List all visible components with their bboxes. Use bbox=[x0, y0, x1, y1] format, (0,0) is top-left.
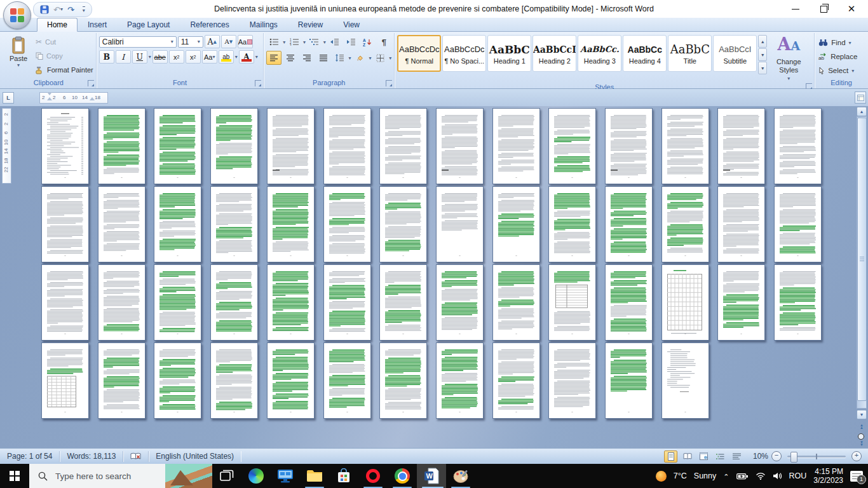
language-status[interactable]: English (United States) bbox=[149, 451, 241, 462]
copy-button[interactable]: Copy bbox=[36, 50, 93, 62]
page-thumbnail[interactable] bbox=[717, 108, 765, 184]
page-thumbnail[interactable] bbox=[98, 264, 146, 341]
page-thumbnail[interactable] bbox=[98, 342, 146, 419]
align-right-button[interactable] bbox=[299, 51, 315, 65]
font-size-select[interactable]: 11▾ bbox=[178, 36, 203, 48]
page-thumbnail[interactable] bbox=[774, 264, 822, 341]
align-left-button[interactable] bbox=[266, 51, 281, 65]
keyboard-language[interactable]: ROU bbox=[789, 471, 807, 480]
shading-button[interactable] bbox=[353, 51, 368, 65]
taskbar-app-edge[interactable] bbox=[241, 464, 271, 488]
page-thumbnail[interactable] bbox=[605, 108, 653, 184]
page-thumbnail[interactable] bbox=[323, 342, 371, 419]
page-thumbnail[interactable] bbox=[548, 186, 596, 262]
page-thumbnail[interactable] bbox=[154, 108, 201, 184]
replace-button[interactable]: abReplace bbox=[818, 51, 864, 62]
page-thumbnail[interactable] bbox=[267, 186, 315, 262]
page-thumbnail[interactable] bbox=[436, 264, 484, 341]
italic-button[interactable]: I bbox=[116, 50, 131, 64]
document-area[interactable]: 2 2 6 10 14 18 22 ▲ ▼ ▲▲ ▼▼ bbox=[0, 106, 868, 448]
scroll-up-button[interactable]: ▲ bbox=[857, 107, 867, 116]
sort-button[interactable]: AZ bbox=[360, 35, 376, 49]
battery-icon[interactable] bbox=[736, 473, 749, 480]
find-button[interactable]: Find▾ bbox=[818, 37, 864, 48]
change-styles-button[interactable]: AA Change Styles▾ bbox=[769, 35, 808, 83]
paragraph-dialog-launcher[interactable] bbox=[386, 80, 392, 86]
page-thumbnail[interactable] bbox=[210, 108, 258, 184]
restore-button[interactable] bbox=[810, 0, 837, 18]
style-title[interactable]: AaBbCTitle bbox=[668, 35, 712, 72]
font-name-select[interactable]: Calibri▾ bbox=[99, 36, 177, 48]
taskbar-search[interactable]: Type here to search bbox=[29, 464, 212, 488]
page-thumbnail[interactable] bbox=[605, 264, 653, 341]
style-heading-3[interactable]: AaBbCc.Heading 3 bbox=[578, 35, 621, 72]
page-thumbnail[interactable] bbox=[492, 108, 540, 184]
page-thumbnail[interactable] bbox=[548, 264, 596, 341]
weather-condition[interactable]: Sunny bbox=[694, 471, 716, 480]
page-thumbnail[interactable] bbox=[267, 342, 315, 419]
taskbar-app-opera[interactable] bbox=[358, 464, 388, 488]
page-thumbnail[interactable] bbox=[154, 342, 201, 419]
page-thumbnail[interactable] bbox=[661, 108, 709, 184]
numbering-button[interactable]: 123 bbox=[287, 35, 302, 49]
page-thumbnail[interactable] bbox=[717, 186, 765, 262]
start-button[interactable] bbox=[0, 464, 29, 488]
zoom-slider[interactable] bbox=[787, 456, 846, 458]
page-thumbnail[interactable] bbox=[379, 108, 427, 184]
style-heading-4[interactable]: AaBbCcHeading 4 bbox=[623, 35, 667, 72]
page-thumbnail[interactable] bbox=[436, 108, 484, 184]
scrollbar-track[interactable] bbox=[857, 116, 867, 409]
office-button[interactable] bbox=[3, 1, 31, 29]
style-heading-2[interactable]: AaBbCcIHeading 2 bbox=[532, 35, 576, 72]
page-thumbnail[interactable] bbox=[661, 342, 709, 419]
page-thumbnail[interactable] bbox=[267, 264, 315, 341]
page-thumbnail[interactable] bbox=[323, 186, 371, 262]
clock[interactable]: 4:15 PM3/2/2023 bbox=[813, 467, 843, 485]
tab-view[interactable]: View bbox=[333, 18, 370, 31]
page-thumbnail[interactable] bbox=[661, 186, 709, 262]
select-button[interactable]: Select▾ bbox=[818, 65, 864, 76]
tab-page-layout[interactable]: Page Layout bbox=[117, 18, 180, 31]
close-button[interactable]: ✕ bbox=[837, 0, 865, 18]
style-normal[interactable]: AaBbCcDc¶ Normal bbox=[397, 35, 441, 72]
speaker-icon[interactable] bbox=[773, 472, 782, 480]
font-color-button[interactable]: A bbox=[239, 50, 254, 64]
page-thumbnail[interactable] bbox=[492, 342, 540, 419]
increase-indent-button[interactable] bbox=[344, 35, 359, 49]
underline-button[interactable]: U bbox=[132, 50, 147, 64]
previous-page-button[interactable]: ▲▲ bbox=[858, 424, 865, 429]
styles-scroll-down-button[interactable]: ▼ bbox=[758, 48, 767, 61]
paste-button[interactable]: Paste▾ bbox=[4, 35, 33, 78]
taskbar-app-paint[interactable] bbox=[446, 464, 475, 488]
page-thumbnail[interactable] bbox=[774, 186, 822, 262]
word-count-status[interactable]: Words: 18,113 bbox=[60, 451, 123, 462]
page-thumbnail[interactable] bbox=[548, 342, 596, 419]
page-count-status[interactable]: Page: 1 of 54 bbox=[0, 451, 60, 462]
page-thumbnail[interactable] bbox=[154, 264, 201, 341]
line-spacing-button[interactable] bbox=[332, 51, 348, 65]
page-thumbnail[interactable] bbox=[210, 264, 258, 341]
page-thumbnail[interactable] bbox=[774, 108, 822, 184]
page-thumbnail[interactable] bbox=[323, 264, 371, 341]
style-no-spacing[interactable]: AaBbCcDc¶ No Spaci... bbox=[442, 35, 486, 72]
web-layout-view-button[interactable] bbox=[697, 451, 710, 463]
wifi-icon[interactable] bbox=[756, 472, 766, 480]
select-browse-object-button[interactable] bbox=[858, 433, 864, 440]
page-thumbnail[interactable] bbox=[210, 342, 258, 419]
styles-more-button[interactable]: ▼ bbox=[758, 62, 767, 74]
draft-view-button[interactable] bbox=[730, 451, 743, 463]
tab-references[interactable]: References bbox=[180, 18, 239, 31]
shrink-font-button[interactable]: A▼ bbox=[221, 35, 236, 48]
task-view-button[interactable] bbox=[212, 464, 241, 488]
search-highlight-image[interactable] bbox=[165, 464, 212, 488]
taskbar-app-file-explorer[interactable] bbox=[300, 464, 329, 488]
format-painter-button[interactable]: Format Painter bbox=[36, 64, 93, 76]
grow-font-button[interactable]: A▲ bbox=[205, 35, 220, 48]
justify-button[interactable] bbox=[316, 51, 331, 65]
superscript-button[interactable]: x2 bbox=[186, 50, 201, 64]
page-thumbnail[interactable] bbox=[41, 342, 89, 419]
page-thumbnail[interactable] bbox=[154, 186, 201, 262]
page-thumbnail[interactable] bbox=[492, 264, 540, 341]
style-heading-1[interactable]: AaBbCHeading 1 bbox=[487, 35, 531, 72]
full-screen-reading-view-button[interactable] bbox=[681, 451, 694, 463]
